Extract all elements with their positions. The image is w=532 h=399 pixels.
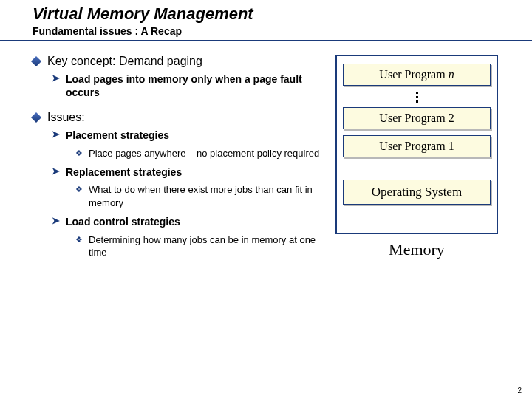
memory-diagram: User Program n User Program 2 User Progr… [335, 55, 498, 234]
bullet-text: Placement strategies [66, 129, 169, 142]
diagram-column: User Program n User Program 2 User Progr… [328, 55, 498, 265]
chevron-icon: ➤ [52, 129, 60, 141]
bullet-text: Load pages into memory only when a page … [66, 72, 328, 99]
star-icon: ❖ [75, 183, 83, 196]
bullet-issues: Issues: [33, 111, 328, 124]
program-label: User Program [379, 68, 448, 81]
bullet-text: Replacement strategies [66, 166, 182, 179]
bullet-text: Determining how many jobs can be in memo… [89, 233, 328, 259]
subsub-loadcontrol: ❖ Determining how many jobs can be in me… [75, 233, 328, 259]
subsub-replacement: ❖ What to do when there exist more jobs … [75, 183, 328, 209]
slide-title: Virtual Memory Management [33, 4, 532, 24]
program-box-2: User Program 2 [343, 107, 491, 129]
star-icon: ❖ [75, 147, 83, 160]
subbullet-replacement: ➤ Replacement strategies [52, 166, 328, 179]
slide: Virtual Memory Management Fundamental is… [0, 0, 532, 399]
bullet-key-concept: Key concept: Demand paging [33, 55, 328, 68]
content-column: Key concept: Demand paging ➤ Load pages … [33, 55, 328, 265]
os-box: Operating System [343, 180, 491, 205]
bullet-text: Key concept: Demand paging [47, 55, 202, 68]
subbullet-demand-paging: ➤ Load pages into memory only when a pag… [52, 72, 328, 99]
subsub-placement: ❖ Place pages anywhere – no placement po… [75, 147, 328, 160]
program-index: n [449, 68, 454, 81]
subbullet-placement: ➤ Placement strategies [52, 129, 328, 142]
bullet-text: Load control strategies [66, 215, 180, 228]
program-box-1: User Program 1 [343, 135, 491, 157]
diamond-icon [31, 56, 41, 66]
chevron-icon: ➤ [52, 166, 60, 178]
slide-subtitle: Fundamental issues : A Recap [33, 25, 532, 40]
bullet-text: What to do when there exist more jobs th… [89, 183, 328, 209]
ellipsis-icon [343, 92, 491, 103]
chevron-icon: ➤ [52, 72, 60, 85]
program-box-n: User Program n [343, 64, 491, 86]
star-icon: ❖ [75, 233, 83, 246]
title-bar: Virtual Memory Management Fundamental is… [0, 0, 532, 41]
bullet-text: Place pages anywhere – no placement poli… [89, 147, 319, 160]
memory-label: Memory [335, 240, 498, 259]
diamond-icon [31, 112, 41, 123]
bullet-text: Issues: [47, 111, 85, 124]
chevron-icon: ➤ [52, 215, 60, 228]
page-number: 2 [517, 386, 522, 395]
subbullet-loadcontrol: ➤ Load control strategies [52, 215, 328, 228]
slide-body: Key concept: Demand paging ➤ Load pages … [0, 41, 532, 265]
